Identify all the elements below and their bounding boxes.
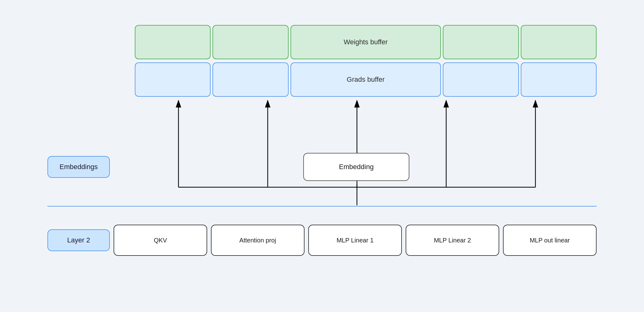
embeddings-row: Embeddings Embedding [47, 156, 597, 178]
weights-buffer-label: Weights buffer [344, 38, 388, 46]
qkv-label: QKV [154, 237, 167, 244]
weights-cell-5 [521, 25, 597, 59]
grads-buffer-row: Grads buffer [135, 62, 597, 97]
grads-cell-3-label: Grads buffer [290, 62, 441, 97]
layer2-row: Layer 2 QKV Attention proj MLP Linear 1 … [47, 225, 597, 256]
mlp-out-label: MLP out linear [530, 237, 570, 244]
attn-proj-label: Attention proj [239, 237, 276, 244]
mlp-linear2-module: MLP Linear 2 [406, 225, 499, 256]
grads-cell-2 [212, 62, 288, 97]
grads-cell-5 [521, 62, 597, 97]
mlp-linear2-label: MLP Linear 2 [434, 237, 471, 244]
qkv-module: QKV [114, 225, 207, 256]
diagram-container: Weights buffer Grads buffer Embeddings E… [41, 19, 603, 293]
weights-buffer-row: Weights buffer [135, 25, 597, 59]
weights-cell-1 [135, 25, 211, 59]
embedding-box-label: Embedding [339, 163, 373, 171]
grads-buffer-label: Grads buffer [347, 76, 385, 84]
embeddings-label-box: Embeddings [47, 156, 110, 178]
layer2-label: Layer 2 [67, 236, 90, 244]
mlp-linear1-label: MLP Linear 1 [337, 237, 374, 244]
embedding-box: Embedding [303, 153, 409, 181]
layer-divider [47, 206, 597, 207]
layer2-label-box: Layer 2 [47, 229, 110, 251]
grads-cell-1 [135, 62, 211, 97]
mlp-out-module: MLP out linear [503, 225, 597, 256]
mlp-linear1-module: MLP Linear 1 [308, 225, 402, 256]
attn-proj-module: Attention proj [211, 225, 305, 256]
weights-cell-4 [443, 25, 519, 59]
grads-cell-4 [443, 62, 519, 97]
embeddings-label: Embeddings [60, 163, 98, 171]
weights-cell-3-label: Weights buffer [290, 25, 441, 59]
weights-cell-2 [212, 25, 288, 59]
